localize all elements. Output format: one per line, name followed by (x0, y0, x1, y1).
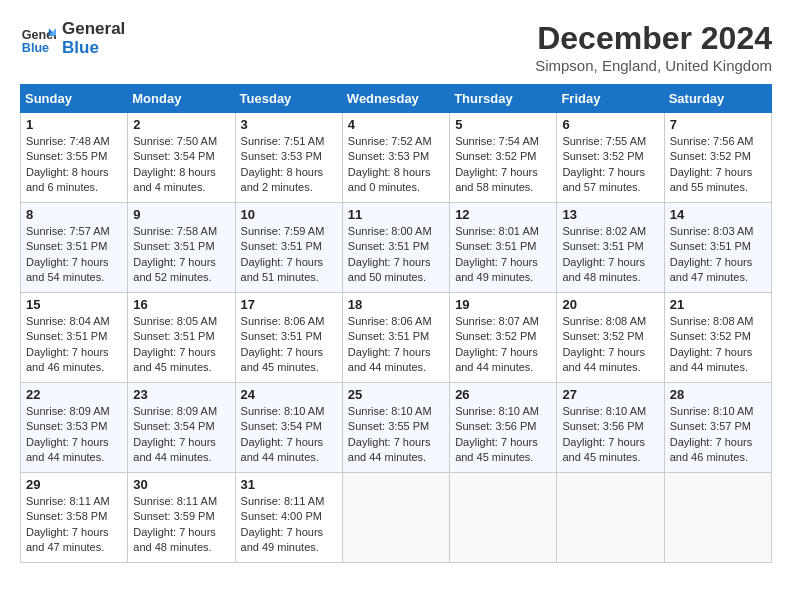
calendar-cell (664, 473, 771, 563)
cell-info: Sunrise: 8:01 AMSunset: 3:51 PMDaylight:… (455, 224, 551, 286)
day-number: 1 (26, 117, 122, 132)
calendar-cell: 23Sunrise: 8:09 AMSunset: 3:54 PMDayligh… (128, 383, 235, 473)
header-tuesday: Tuesday (235, 85, 342, 113)
day-number: 7 (670, 117, 766, 132)
day-number: 2 (133, 117, 229, 132)
day-number: 31 (241, 477, 337, 492)
month-title: December 2024 (535, 20, 772, 57)
week-row-4: 22Sunrise: 8:09 AMSunset: 3:53 PMDayligh… (21, 383, 772, 473)
calendar-cell: 22Sunrise: 8:09 AMSunset: 3:53 PMDayligh… (21, 383, 128, 473)
day-number: 14 (670, 207, 766, 222)
calendar-cell: 11Sunrise: 8:00 AMSunset: 3:51 PMDayligh… (342, 203, 449, 293)
header-sunday: Sunday (21, 85, 128, 113)
day-number: 5 (455, 117, 551, 132)
header-friday: Friday (557, 85, 664, 113)
day-number: 15 (26, 297, 122, 312)
cell-info: Sunrise: 7:51 AMSunset: 3:53 PMDaylight:… (241, 134, 337, 196)
cell-info: Sunrise: 7:54 AMSunset: 3:52 PMDaylight:… (455, 134, 551, 196)
calendar-cell: 17Sunrise: 8:06 AMSunset: 3:51 PMDayligh… (235, 293, 342, 383)
calendar-cell: 5Sunrise: 7:54 AMSunset: 3:52 PMDaylight… (450, 113, 557, 203)
calendar-cell (342, 473, 449, 563)
day-number: 9 (133, 207, 229, 222)
calendar-cell: 3Sunrise: 7:51 AMSunset: 3:53 PMDaylight… (235, 113, 342, 203)
cell-info: Sunrise: 8:10 AMSunset: 3:54 PMDaylight:… (241, 404, 337, 466)
cell-info: Sunrise: 8:03 AMSunset: 3:51 PMDaylight:… (670, 224, 766, 286)
day-number: 17 (241, 297, 337, 312)
calendar-cell: 31Sunrise: 8:11 AMSunset: 4:00 PMDayligh… (235, 473, 342, 563)
day-number: 13 (562, 207, 658, 222)
day-number: 23 (133, 387, 229, 402)
week-row-5: 29Sunrise: 8:11 AMSunset: 3:58 PMDayligh… (21, 473, 772, 563)
calendar-cell: 21Sunrise: 8:08 AMSunset: 3:52 PMDayligh… (664, 293, 771, 383)
cell-info: Sunrise: 8:10 AMSunset: 3:55 PMDaylight:… (348, 404, 444, 466)
cell-info: Sunrise: 8:11 AMSunset: 3:58 PMDaylight:… (26, 494, 122, 556)
cell-info: Sunrise: 7:59 AMSunset: 3:51 PMDaylight:… (241, 224, 337, 286)
cell-info: Sunrise: 8:10 AMSunset: 3:56 PMDaylight:… (562, 404, 658, 466)
day-number: 3 (241, 117, 337, 132)
calendar-cell: 14Sunrise: 8:03 AMSunset: 3:51 PMDayligh… (664, 203, 771, 293)
logo: General Blue General Blue (20, 20, 125, 57)
cell-info: Sunrise: 7:50 AMSunset: 3:54 PMDaylight:… (133, 134, 229, 196)
calendar-cell: 19Sunrise: 8:07 AMSunset: 3:52 PMDayligh… (450, 293, 557, 383)
day-number: 25 (348, 387, 444, 402)
week-row-3: 15Sunrise: 8:04 AMSunset: 3:51 PMDayligh… (21, 293, 772, 383)
cell-info: Sunrise: 8:05 AMSunset: 3:51 PMDaylight:… (133, 314, 229, 376)
cell-info: Sunrise: 7:52 AMSunset: 3:53 PMDaylight:… (348, 134, 444, 196)
cell-info: Sunrise: 8:06 AMSunset: 3:51 PMDaylight:… (348, 314, 444, 376)
calendar-table: SundayMondayTuesdayWednesdayThursdayFrid… (20, 84, 772, 563)
day-number: 8 (26, 207, 122, 222)
calendar-header-row: SundayMondayTuesdayWednesdayThursdayFrid… (21, 85, 772, 113)
cell-info: Sunrise: 8:06 AMSunset: 3:51 PMDaylight:… (241, 314, 337, 376)
title-block: December 2024 Simpson, England, United K… (535, 20, 772, 74)
calendar-cell: 6Sunrise: 7:55 AMSunset: 3:52 PMDaylight… (557, 113, 664, 203)
cell-info: Sunrise: 8:02 AMSunset: 3:51 PMDaylight:… (562, 224, 658, 286)
day-number: 18 (348, 297, 444, 312)
day-number: 27 (562, 387, 658, 402)
day-number: 11 (348, 207, 444, 222)
calendar-cell: 25Sunrise: 8:10 AMSunset: 3:55 PMDayligh… (342, 383, 449, 473)
day-number: 29 (26, 477, 122, 492)
cell-info: Sunrise: 8:08 AMSunset: 3:52 PMDaylight:… (670, 314, 766, 376)
header-monday: Monday (128, 85, 235, 113)
cell-info: Sunrise: 8:07 AMSunset: 3:52 PMDaylight:… (455, 314, 551, 376)
svg-text:Blue: Blue (22, 40, 49, 54)
location: Simpson, England, United Kingdom (535, 57, 772, 74)
calendar-cell: 29Sunrise: 8:11 AMSunset: 3:58 PMDayligh… (21, 473, 128, 563)
calendar-cell: 20Sunrise: 8:08 AMSunset: 3:52 PMDayligh… (557, 293, 664, 383)
calendar-cell: 9Sunrise: 7:58 AMSunset: 3:51 PMDaylight… (128, 203, 235, 293)
day-number: 22 (26, 387, 122, 402)
day-number: 6 (562, 117, 658, 132)
calendar-cell: 18Sunrise: 8:06 AMSunset: 3:51 PMDayligh… (342, 293, 449, 383)
header-wednesday: Wednesday (342, 85, 449, 113)
day-number: 24 (241, 387, 337, 402)
cell-info: Sunrise: 7:58 AMSunset: 3:51 PMDaylight:… (133, 224, 229, 286)
calendar-cell: 1Sunrise: 7:48 AMSunset: 3:55 PMDaylight… (21, 113, 128, 203)
calendar-cell: 4Sunrise: 7:52 AMSunset: 3:53 PMDaylight… (342, 113, 449, 203)
day-number: 26 (455, 387, 551, 402)
calendar-cell: 10Sunrise: 7:59 AMSunset: 3:51 PMDayligh… (235, 203, 342, 293)
calendar-cell: 8Sunrise: 7:57 AMSunset: 3:51 PMDaylight… (21, 203, 128, 293)
cell-info: Sunrise: 8:04 AMSunset: 3:51 PMDaylight:… (26, 314, 122, 376)
page-header: General Blue General Blue December 2024 … (20, 20, 772, 74)
week-row-2: 8Sunrise: 7:57 AMSunset: 3:51 PMDaylight… (21, 203, 772, 293)
cell-info: Sunrise: 8:10 AMSunset: 3:57 PMDaylight:… (670, 404, 766, 466)
day-number: 4 (348, 117, 444, 132)
calendar-cell: 30Sunrise: 8:11 AMSunset: 3:59 PMDayligh… (128, 473, 235, 563)
logo-icon: General Blue (20, 21, 56, 57)
cell-info: Sunrise: 8:11 AMSunset: 4:00 PMDaylight:… (241, 494, 337, 556)
cell-info: Sunrise: 7:48 AMSunset: 3:55 PMDaylight:… (26, 134, 122, 196)
cell-info: Sunrise: 8:08 AMSunset: 3:52 PMDaylight:… (562, 314, 658, 376)
week-row-1: 1Sunrise: 7:48 AMSunset: 3:55 PMDaylight… (21, 113, 772, 203)
cell-info: Sunrise: 8:10 AMSunset: 3:56 PMDaylight:… (455, 404, 551, 466)
day-number: 28 (670, 387, 766, 402)
day-number: 19 (455, 297, 551, 312)
day-number: 10 (241, 207, 337, 222)
calendar-cell: 2Sunrise: 7:50 AMSunset: 3:54 PMDaylight… (128, 113, 235, 203)
calendar-cell (450, 473, 557, 563)
cell-info: Sunrise: 7:56 AMSunset: 3:52 PMDaylight:… (670, 134, 766, 196)
cell-info: Sunrise: 8:11 AMSunset: 3:59 PMDaylight:… (133, 494, 229, 556)
calendar-cell: 24Sunrise: 8:10 AMSunset: 3:54 PMDayligh… (235, 383, 342, 473)
calendar-cell: 16Sunrise: 8:05 AMSunset: 3:51 PMDayligh… (128, 293, 235, 383)
calendar-cell: 28Sunrise: 8:10 AMSunset: 3:57 PMDayligh… (664, 383, 771, 473)
cell-info: Sunrise: 7:55 AMSunset: 3:52 PMDaylight:… (562, 134, 658, 196)
